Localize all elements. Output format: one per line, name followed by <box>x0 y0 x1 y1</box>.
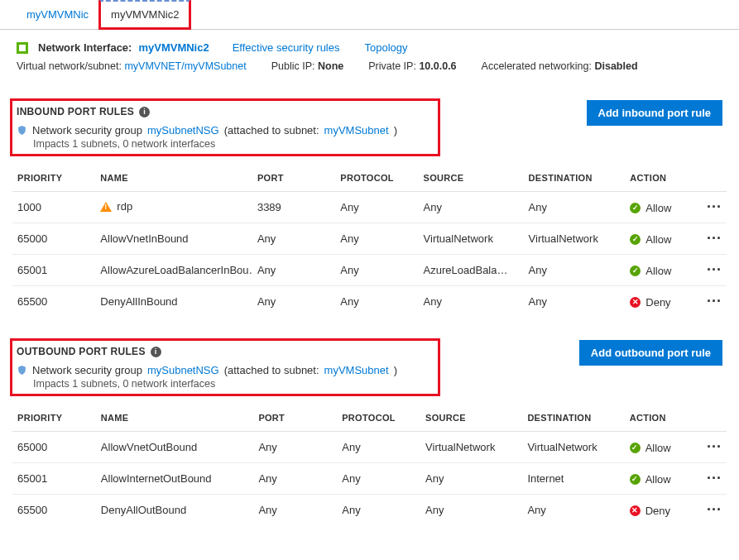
cell-name: DenyAllInBound <box>95 286 252 318</box>
allow-icon: ✓ <box>630 234 641 245</box>
cell-dest: VirtualNetwork <box>524 223 626 255</box>
effective-rules-link[interactable]: Effective security rules <box>233 41 340 54</box>
cell-action: ✓ Allow <box>625 223 698 255</box>
cell-priority: 65001 <box>12 255 95 286</box>
add-inbound-rule-button[interactable]: Add inbound port rule <box>587 100 722 126</box>
th-priority[interactable]: PRIORITY <box>12 404 96 432</box>
outbound-header-row: PRIORITY NAME PORT PROTOCOL SOURCE DESTI… <box>12 404 727 432</box>
cell-name: AllowVnetInBound <box>95 223 252 255</box>
th-source[interactable]: SOURCE <box>419 165 524 192</box>
th-name[interactable]: NAME <box>95 165 252 192</box>
cell-dest: Any <box>524 286 626 318</box>
more-actions-icon[interactable]: ··· <box>707 470 722 486</box>
cell-priority: 65500 <box>12 495 96 526</box>
more-actions-icon[interactable]: ··· <box>707 261 722 278</box>
add-outbound-rule-button[interactable]: Add outbound port rule <box>579 340 722 366</box>
nic-label: Network Interface: <box>38 41 132 54</box>
nsg-mid: (attached to subnet: <box>224 124 319 136</box>
more-actions-icon[interactable]: ··· <box>707 501 722 518</box>
nic-icon <box>17 42 28 54</box>
cell-protocol: Any <box>337 495 420 526</box>
cell-name: AllowInternetOutBound <box>96 463 254 495</box>
nic-tabs: myVMVMNic myVMVMNic2 <box>0 0 739 30</box>
cell-source: VirtualNetwork <box>420 432 522 463</box>
nsg-subnet-link[interactable]: myVMSubnet <box>324 124 389 136</box>
cell-more: ··· <box>698 495 727 526</box>
pip-label: Public IP: <box>271 60 315 72</box>
info-icon[interactable]: i <box>139 107 150 117</box>
cell-port: 3389 <box>252 192 335 223</box>
cell-source: Any <box>420 463 522 495</box>
th-protocol[interactable]: PROTOCOL <box>337 404 420 432</box>
prip-value: 10.0.0.6 <box>419 60 456 72</box>
cell-priority: 65000 <box>12 432 96 463</box>
cell-port: Any <box>253 463 337 495</box>
cell-action: ✕ Deny <box>625 495 699 526</box>
outbound-header: OUTBOUND PORT RULES i Network security g… <box>0 333 739 401</box>
more-actions-icon[interactable]: ··· <box>707 230 722 246</box>
cell-dest: Internet <box>522 463 624 495</box>
more-actions-icon[interactable]: ··· <box>707 293 722 309</box>
vnet-link[interactable]: myVMVNET/myVMSubnet <box>124 60 246 72</box>
nsg-link[interactable]: mySubnetNSG <box>147 124 219 136</box>
allow-icon: ✓ <box>630 203 641 213</box>
more-actions-icon[interactable]: ··· <box>707 199 722 215</box>
cell-more: ··· <box>698 432 727 463</box>
cell-priority: 1000 <box>12 192 95 223</box>
shield-icon <box>17 124 27 136</box>
table-row[interactable]: 65001AllowInternetOutBoundAnyAnyAnyInter… <box>12 463 727 495</box>
cell-source: Any <box>419 286 524 318</box>
cell-action: ✓ Allow <box>625 255 698 286</box>
table-row[interactable]: 65000AllowVnetInBoundAnyAnyVirtualNetwor… <box>12 223 727 255</box>
cell-protocol: Any <box>335 255 418 286</box>
th-action[interactable]: ACTION <box>625 404 699 432</box>
cell-port: Any <box>252 286 335 318</box>
th-priority[interactable]: PRIORITY <box>12 165 95 192</box>
accel-value: Disabled <box>594 60 637 72</box>
th-dest[interactable]: DESTINATION <box>522 404 624 432</box>
nsg-prefix: Network security group <box>32 364 142 376</box>
table-row[interactable]: 65001AllowAzureLoadBalancerInBou…AnyAnyA… <box>12 255 727 286</box>
inbound-rules-table: PRIORITY NAME PORT PROTOCOL SOURCE DESTI… <box>12 165 727 317</box>
cell-name: AllowVnetOutBound <box>96 432 254 463</box>
table-row[interactable]: 65500DenyAllInBoundAnyAnyAnyAny✕ Deny··· <box>12 286 727 318</box>
nsg-link[interactable]: mySubnetNSG <box>147 364 219 376</box>
cell-priority: 65000 <box>12 223 95 255</box>
cell-port: Any <box>253 495 337 526</box>
nsg-prefix: Network security group <box>32 124 142 136</box>
th-port[interactable]: PORT <box>253 404 337 432</box>
info-icon[interactable]: i <box>151 347 161 357</box>
allow-icon: ✓ <box>630 443 641 453</box>
cell-protocol: Any <box>337 463 420 495</box>
vnet-label: Virtual network/subnet: <box>17 60 122 72</box>
th-dest[interactable]: DESTINATION <box>524 165 626 192</box>
table-row[interactable]: 1000 rdp3389AnyAnyAny✓ Allow··· <box>12 192 727 223</box>
th-action[interactable]: ACTION <box>625 165 698 192</box>
table-row[interactable]: 65000AllowVnetOutBoundAnyAnyVirtualNetwo… <box>12 432 727 463</box>
topology-link[interactable]: Topology <box>364 41 407 54</box>
cell-action: ✓ Allow <box>625 432 699 463</box>
cell-more: ··· <box>698 223 727 255</box>
nsg-subnet-link[interactable]: myVMSubnet <box>324 364 389 376</box>
cell-action: ✓ Allow <box>625 463 699 495</box>
th-source[interactable]: SOURCE <box>420 404 522 432</box>
tab-nic-2[interactable]: myVMVMNic2 <box>98 0 191 30</box>
warning-icon <box>100 202 112 212</box>
th-name[interactable]: NAME <box>96 404 254 432</box>
nic-name-link[interactable]: myVMVMNic2 <box>138 41 209 54</box>
inbound-impacts: Impacts 1 subnets, 0 network interfaces <box>33 138 397 150</box>
cell-more: ··· <box>698 286 727 318</box>
more-actions-icon[interactable]: ··· <box>707 438 722 455</box>
cell-name: DenyAllOutBound <box>96 495 254 526</box>
tab-nic-1[interactable]: myVMVMNic <box>17 0 98 29</box>
table-row[interactable]: 65500DenyAllOutBoundAnyAnyAnyAny✕ Deny··… <box>12 495 727 526</box>
outbound-impacts: Impacts 1 subnets, 0 network interfaces <box>33 378 397 390</box>
accel-label: Accelerated networking: <box>482 60 592 72</box>
cell-more: ··· <box>698 463 727 495</box>
cell-priority: 65500 <box>12 286 95 318</box>
cell-more: ··· <box>698 192 727 223</box>
nsg-suffix: ) <box>394 364 397 376</box>
th-port[interactable]: PORT <box>252 165 335 192</box>
th-protocol[interactable]: PROTOCOL <box>335 165 418 192</box>
deny-icon: ✕ <box>630 505 641 516</box>
